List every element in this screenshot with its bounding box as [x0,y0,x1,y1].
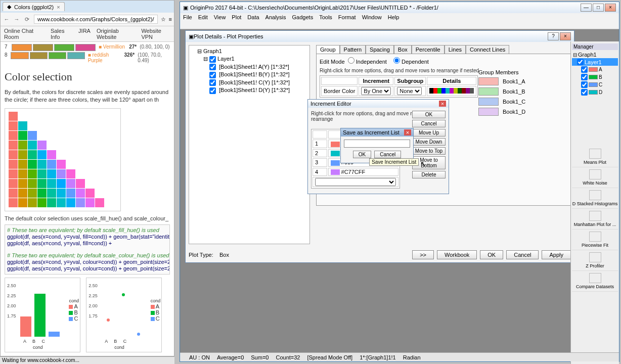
minimize-button[interactable]: — [581,4,592,12]
mgr-item[interactable]: C [572,81,618,88]
bookmark[interactable]: Sales Info [49,27,74,40]
menu-data[interactable]: Data [247,14,259,20]
group-table[interactable]: IncrementSubgroupDetails Border Color By… [320,75,478,98]
plot-tree[interactable]: ⊟ Graph1 ⊟ Layer1 [Book1]Sheet1! A(Y) [1… [189,45,310,244]
ok-button[interactable]: OK [353,151,371,158]
palette-preview[interactable] [429,88,474,94]
tool-piecewise-fit[interactable]: Piecewise Fit [572,230,618,250]
origin-titlebar: ▣ OriginPro 2017 64-bit - C:\Users\echo\… [180,2,619,13]
move-to-top-button[interactable]: Move to Top [412,147,446,155]
independent-radio[interactable]: Independent [348,59,387,65]
status-segment: Count=32 [276,354,300,360]
tool-white-noise[interactable]: White Noise [572,167,618,188]
tree-plot-item[interactable]: [Book1]Sheet1! C(Y) [1*:32*] [191,79,307,87]
address-bar[interactable]: www.cookbook-r.com/Graphs/Colors_(ggplot… [34,15,158,24]
bookmarks-bar: Online Chat Room Sales Info JIRA Originl… [1,26,174,42]
move-up-button[interactable]: Move Up [412,129,446,136]
mgr-item[interactable]: B [572,73,618,81]
mgr-item[interactable]: A [572,66,618,73]
swatch-row: 7■ Vermillion27*(0.80, 100, 0) [5,44,170,51]
menu-gadgets[interactable]: Gadgets [292,14,314,20]
origin-menubar: FileEditViewPlotDataAnalysisGadgetsTools… [180,13,619,21]
tab-connect-lines[interactable]: Connect Lines [466,45,509,54]
menu-edit[interactable]: Edit [198,14,208,20]
reload-icon[interactable]: ⟳ [23,16,31,23]
dialog-help-button[interactable]: ? [548,32,559,40]
workbook-button[interactable]: Workbook [437,250,477,259]
status-segment: AU : ON [189,354,210,360]
menu-window[interactable]: Window [362,14,382,20]
dependent-radio[interactable]: Dependent [393,59,429,65]
layer-checkbox[interactable] [209,56,216,63]
cancel-button[interactable]: Cancel [412,120,446,127]
increment-editor-titlebar[interactable]: Increment Editor × [308,100,449,108]
forward-icon[interactable]: → [13,16,21,23]
expand-button[interactable]: >> [412,250,434,259]
bookmark[interactable]: Online Chat Room [3,27,46,40]
mgr-layer[interactable]: Layer1 [572,58,618,66]
member-row: Book1_B [478,87,564,96]
cancel-button[interactable]: Cancel [506,250,539,259]
move-down-button[interactable]: Move Down [412,138,446,146]
tab-group[interactable]: Group [316,45,340,54]
swatch-row: 8■ reddish Purple326*(100, 70.0, 0.49) [5,52,170,63]
members-title: Group Members [478,69,564,75]
bookmark[interactable]: JIRA [77,27,92,40]
menu-file[interactable]: File [183,14,192,20]
ok-button[interactable]: OK [412,111,446,118]
dialog-close-button[interactable]: × [560,32,571,40]
ok-button[interactable]: OK [480,250,503,259]
mgr-root[interactable]: ⊟ Graph1 [572,51,618,58]
tab-pattern[interactable]: Pattern [340,45,366,54]
tool-d-stacked-histograms[interactable]: D Stacked Histograms [572,188,618,209]
chrome-window: ◆ Colors (ggplot2) × ← → ⟳ www.cookbook-… [0,0,174,356]
save-increment-titlebar[interactable]: Save as Increment List × [341,128,413,136]
status-segment: Average=0 [217,354,244,360]
chrome-tab[interactable]: ◆ Colors (ggplot2) × [3,2,65,11]
tree-plot-item[interactable]: [Book1]Sheet1! B(Y) [1*:32*] [191,71,307,79]
delete-button[interactable]: Delete [412,171,446,178]
star-icon[interactable]: ☆ [161,16,166,23]
tool-compare-datasets[interactable]: Compare Datasets [572,271,618,292]
tooltip: Save Increment List [369,158,419,166]
close-button[interactable]: × [605,4,616,12]
menu-icon[interactable]: ≡ [169,16,172,22]
bookmark[interactable]: Website VPN [140,27,172,40]
increment-name-input[interactable] [344,140,410,148]
close-tab-icon[interactable]: × [57,4,60,10]
menu-format[interactable]: Format [338,14,356,20]
cancel-button[interactable]: Cancel [374,151,401,158]
tab-lines[interactable]: Lines [445,45,466,54]
tree-plot-item[interactable]: [Book1]Sheet1! A(Y) [1*:32*] [191,63,307,71]
menu-analysis[interactable]: Analysis [265,14,286,20]
menu-help[interactable]: Help [388,14,400,20]
menu-view[interactable]: View [214,14,226,20]
tab-percentile[interactable]: Percentile [412,45,445,54]
tab-spacing[interactable]: Spacing [366,45,394,54]
increment-row[interactable]: 4#C77CFF [313,168,398,176]
tab-box[interactable]: Box [394,45,412,54]
tree-plot-item[interactable]: [Book1]Sheet1! D(Y) [1*:32*] [191,86,307,95]
mgr-item[interactable]: D [572,88,618,96]
menu-plot[interactable]: Plot [232,14,241,20]
menu-tools[interactable]: Tools [319,14,332,20]
close-icon[interactable]: × [439,101,446,107]
back-icon[interactable]: ← [3,16,11,23]
edit-mode-group: Edit Mode Independent Dependent [320,57,567,65]
group-members: Group Members Book1_ABook1_BBook1_CBook1… [478,69,564,118]
origin-workspace: ▣ Plot Details - Plot Properties ?× ⊟ Gr… [180,29,619,361]
tool-means-plot[interactable]: Means Plot [572,147,618,167]
close-icon[interactable]: × [404,129,411,135]
status-segment: 1*:[Graph1]1!1 [360,354,396,360]
maximize-button[interactable]: □ [593,4,604,12]
apply-button[interactable]: Apply [542,250,571,259]
origin-toolbar [180,21,619,29]
tool-manhattan-plot-for-[interactable]: Manhattan Plot for ... [572,209,618,230]
tool-z-profiler[interactable]: Z Profiler [572,250,618,271]
increment-dropdown[interactable] [315,178,396,186]
bookmark[interactable]: Originlab Website [95,27,137,40]
increment-select[interactable]: By One [361,87,391,95]
plot-details-titlebar[interactable]: ▣ Plot Details - Plot Properties ?× [186,31,574,42]
heading-color-selection: Color selection [5,70,170,83]
subgroup-select[interactable]: None [397,87,422,95]
